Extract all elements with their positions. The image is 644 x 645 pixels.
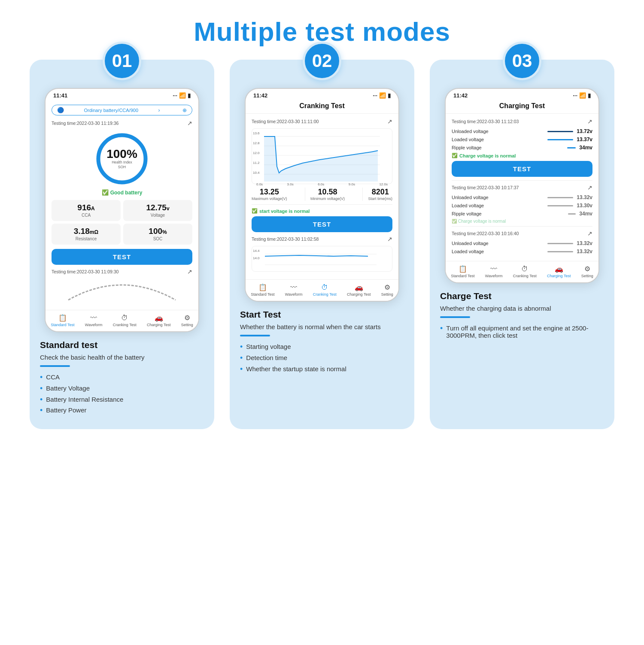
- charge-row-ripple-1: Ripple voltage 34mv: [452, 145, 592, 151]
- charge-line-blue: [547, 139, 573, 140]
- status-time-2: 11:42: [253, 92, 267, 99]
- bluetooth-icon: 🔵: [57, 107, 64, 113]
- chart-svg-2: [265, 250, 377, 271]
- stat-cca-val: 916A: [56, 203, 116, 212]
- phone-charge: 11:42 ··· 📶 ▮ Charging Test Testing time…: [445, 88, 599, 283]
- card-bullets-2: Starting voltage Detection time Whether …: [240, 342, 346, 375]
- share-icon-3b[interactable]: ↗: [587, 184, 592, 191]
- card-bullets-3: Turn off all equipment and set the engin…: [440, 323, 604, 340]
- gauge-container: 100% Health IndexSOH: [52, 131, 192, 187]
- charge-line-sm: [567, 147, 576, 148]
- stat-voltage: 12.75v Voltage: [123, 200, 192, 221]
- y-13.6: 13.6: [253, 131, 260, 135]
- plus-icon: ⊕: [182, 107, 187, 113]
- battery-selector[interactable]: 🔵 Ordinary battery/CCA/900 › ⊕: [52, 105, 192, 115]
- crank-stats: 13.25 Maximum voltage(V) 10.58 Minimum v…: [252, 188, 392, 205]
- stat-voltage-val: 12.75v: [128, 203, 188, 212]
- status-time-1: 11:41: [53, 92, 67, 99]
- card-divider-2: [240, 335, 270, 336]
- charge-line-gray-2: [547, 205, 573, 206]
- gauge-percent: 100%: [106, 148, 137, 160]
- card-divider-3: [440, 316, 470, 318]
- card-title-1: Standard test: [40, 340, 97, 350]
- share-icon-1b[interactable]: ↗: [187, 268, 192, 275]
- test-button-2[interactable]: TEST: [252, 216, 392, 232]
- x-9: 9.0s: [349, 182, 355, 186]
- stat-cca: 916A CCA: [52, 200, 121, 221]
- bullet-2-1: Detection time: [240, 353, 346, 364]
- share-icon-2b[interactable]: ↗: [387, 236, 392, 242]
- signal-icon-2: ···: [373, 92, 377, 99]
- test-button-1[interactable]: TEST: [52, 249, 192, 265]
- bottom-nav-2: 📋 Standard Test 〰 Waveform ⏱ Cranking Te…: [246, 279, 398, 301]
- card-standard: 01 11:41 ··· 📶 ▮ 🔵 Ordinary battery/CCA/…: [30, 60, 214, 429]
- stat-resistance: 3.18mΩ Resistance: [52, 224, 121, 245]
- nav-waveform-1[interactable]: 〰 Waveform: [85, 314, 103, 327]
- x-0: 0.0s: [256, 182, 263, 186]
- chart-xaxis: 0.0s 3.0s 6.0s 9.0s 12.0s: [255, 182, 389, 186]
- nav-setting-2[interactable]: ⚙ Setting: [381, 283, 393, 297]
- testing-time-3b: Testing time:2022-03-30 10:17:37 ↗: [452, 184, 592, 191]
- stat-resistance-val: 3.18mΩ: [56, 227, 116, 236]
- status-icons-1: ··· 📶 ▮: [173, 92, 191, 99]
- nav-cranking-2[interactable]: ⏱ Cranking Test: [313, 284, 337, 297]
- crank-time: 8201 Start time(ms): [362, 188, 392, 201]
- svg-marker-7: [264, 136, 378, 182]
- chart-area-2: 14.4 14.0: [252, 246, 392, 272]
- charge-row-loaded-2: Loaded voltage 13.30v: [452, 203, 592, 209]
- nav-charging-3[interactable]: 🚗 Charging Test: [547, 265, 571, 278]
- battery-icon-2: ▮: [388, 92, 391, 99]
- signal-icon: ···: [173, 92, 177, 99]
- wifi-icon-3: 📶: [579, 92, 586, 99]
- test-button-3[interactable]: TEST: [452, 161, 592, 177]
- charge-row-unloaded-3: Unloaded voltage 13.32v: [452, 240, 592, 246]
- wifi-icon-2: 📶: [379, 92, 386, 99]
- charge-row-unloaded-1: Unloaded voltage 13.72v: [452, 128, 592, 134]
- nav-standard-2[interactable]: 📋 Standard Test: [251, 283, 274, 297]
- status-bar-2: 11:42 ··· 📶 ▮: [246, 89, 398, 100]
- nav-charging-2[interactable]: 🚗 Charging Test: [347, 283, 371, 297]
- charge-normal-2: ✅ Charge voltage is normal: [452, 219, 592, 224]
- badge-03: 03: [503, 42, 541, 80]
- nav-charging-1[interactable]: 🚗 Charging Test: [147, 314, 170, 327]
- charge-row-unloaded-2: Unloaded voltage 13.32v: [452, 194, 592, 200]
- nav-cranking-3[interactable]: ⏱ Cranking Test: [513, 265, 537, 278]
- battery-icon-3: ▮: [588, 92, 591, 99]
- stat-soc-lbl: SOC: [128, 236, 188, 241]
- testing-time-2: Testing time:2022-03-30 11:11:00 ↗: [252, 118, 392, 125]
- phone-body-3: Testing time:2022-03-30 11:12:03 ↗ Unloa…: [446, 114, 598, 261]
- nav-standard-1[interactable]: 📋 Standard Test: [51, 314, 74, 327]
- charge-normal-1: ✅ Charge voltage is normal: [452, 153, 592, 158]
- card-bullets-1: CCA Battery Voltage Battery Internal Res…: [40, 372, 123, 416]
- share-icon-3c[interactable]: ↗: [587, 230, 592, 237]
- nav-waveform-3[interactable]: 〰 Waveform: [485, 265, 503, 278]
- share-icon-2[interactable]: ↗: [387, 118, 392, 125]
- testing-time-1: Testing time:2022-03-30 11:19:36 ↗: [52, 120, 192, 127]
- bullet-1-0: CCA: [40, 372, 123, 383]
- charge-row-loaded-3: Loaded voltage 13.32v: [452, 248, 592, 254]
- testing-time-3: Testing time:2022-03-30 11:12:03 ↗: [452, 118, 592, 125]
- prev-test-time-2: Testing time:2022-03-30 11:02:58 ↗: [252, 236, 392, 242]
- card-charge: 03 11:42 ··· 📶 ▮ Charging Test Testing t…: [430, 60, 614, 429]
- card-title-2: Start Test: [240, 309, 281, 320]
- share-icon-3[interactable]: ↗: [587, 118, 592, 125]
- chart-yaxis-2: 14.4 14.0: [253, 249, 260, 260]
- badge-02: 02: [303, 42, 341, 80]
- nav-waveform-2[interactable]: 〰 Waveform: [285, 284, 303, 297]
- nav-setting-3[interactable]: ⚙ Setting: [581, 265, 593, 278]
- nav-setting-1[interactable]: ⚙ Setting: [181, 314, 193, 327]
- nav-standard-3[interactable]: 📋 Standard Test: [451, 265, 474, 278]
- charge-row-ripple-2: Ripple voltage 34mv: [452, 211, 592, 217]
- charge-line-gray-sm: [568, 213, 576, 215]
- bullet-2-0: Starting voltage: [240, 342, 346, 353]
- history-section-2: Testing time:2022-03-30 10:17:37 ↗ Unloa…: [452, 180, 592, 224]
- nav-charging-icon: 🚗: [155, 314, 163, 322]
- share-icon-1[interactable]: ↗: [187, 120, 192, 127]
- gauge-text: 100% Health IndexSOH: [94, 131, 150, 187]
- bullet-3-0: Turn off all equipment and set the engin…: [440, 323, 604, 340]
- nav-cranking-1[interactable]: ⏱ Cranking Test: [113, 314, 137, 327]
- chart-yaxis: 13.6 12.8 12.0 11.2 10.4: [253, 131, 260, 175]
- bullet-1-3: Battery Power: [40, 405, 123, 416]
- x-3: 3.0s: [287, 182, 294, 186]
- chevron-right-icon: ›: [158, 107, 160, 113]
